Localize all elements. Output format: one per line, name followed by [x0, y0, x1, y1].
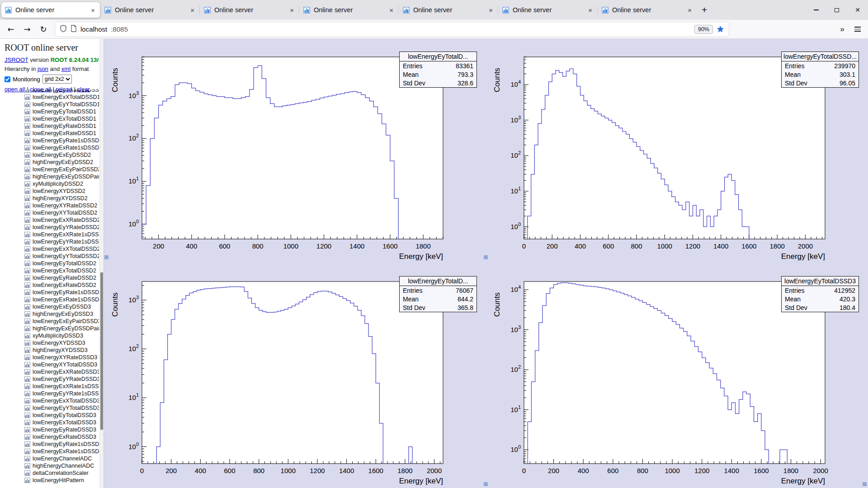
- tree-item[interactable]: lowEnergyEyYRateDSSD2: [0, 224, 99, 231]
- browser-tab[interactable]: Online server×: [598, 2, 697, 18]
- browser-tab[interactable]: Online server×: [399, 2, 498, 18]
- browser-tab[interactable]: Online server×: [1, 2, 100, 18]
- json-link[interactable]: json: [38, 66, 48, 72]
- zoom-indicator[interactable]: 90%: [694, 25, 713, 34]
- tree-item[interactable]: lowEnergyEyYRateDSSD3: [0, 375, 99, 383]
- tree-item[interactable]: lowEnergyEyRate1sDSSD3: [0, 441, 99, 448]
- pad-bottom-right[interactable]: 0200400600800100012001400160018002000100…: [486, 263, 868, 488]
- stats-box[interactable]: lowEnergyEyTotalDSSD... Entries239970 Me…: [781, 52, 859, 88]
- tree-item[interactable]: lowEnergyExXRate1sDSSD3: [0, 383, 99, 390]
- tree-item[interactable]: lowEnergyEyRate1sDSSD1: [0, 137, 99, 144]
- url-bar[interactable]: localhost:8085 90%: [55, 22, 729, 37]
- page-info-icon[interactable]: [71, 25, 77, 34]
- restore-button[interactable]: [826, 0, 847, 20]
- tab-close-icon[interactable]: ×: [288, 6, 295, 14]
- tab-close-icon[interactable]: ×: [587, 6, 594, 14]
- tree-item[interactable]: lowEnergyEyRateDSSD3: [0, 426, 99, 433]
- tree-item[interactable]: lowEnergyExRate1sDSSD3: [0, 448, 99, 455]
- tree-item[interactable]: lowEnergyHitPattern: [0, 477, 99, 484]
- tree-item[interactable]: lowEnergyChannelADC: [0, 455, 99, 462]
- shield-icon[interactable]: [60, 25, 67, 34]
- tree-item[interactable]: lowEnergyExXTotalDSSD3: [0, 397, 99, 404]
- tree-item[interactable]: highEnergyExEyDSSDPair2: [0, 173, 99, 180]
- stats-box[interactable]: lowEnergyEyTotalD... Entries83361 Mean79…: [399, 52, 477, 88]
- pad-resize-handle[interactable]: [863, 482, 867, 486]
- tree-item[interactable]: highEnergyExEyDSSDPair3: [0, 325, 99, 332]
- tree-item[interactable]: lowEnergyExXRate1sDSSD2: [0, 231, 99, 238]
- bookmark-star-icon[interactable]: [717, 25, 724, 33]
- close-button[interactable]: ✕: [847, 0, 868, 20]
- tree-item[interactable]: lowEnergyExEyPairDSSD2: [0, 166, 99, 173]
- tree-item[interactable]: lowEnergyExEyDSSD2: [0, 151, 99, 159]
- tree-item[interactable]: lowEnergyXYRateDSSD2: [0, 202, 99, 209]
- tree-item[interactable]: highEnergyXYDSSD3: [0, 347, 99, 354]
- browser-tab[interactable]: Online server×: [200, 2, 299, 18]
- tree-item[interactable]: highEnergyExEyDSSD3: [0, 310, 99, 318]
- scrollbar-thumb[interactable]: [100, 272, 103, 430]
- tree-item[interactable]: lowEnergyXYDSSD3: [0, 339, 99, 347]
- tree-item[interactable]: highEnergyExEyDSSD2: [0, 159, 99, 166]
- xml-link[interactable]: xml: [61, 66, 71, 72]
- tree-item[interactable]: lowEnergyEyYTotalDSSD2: [0, 253, 99, 260]
- minimize-button[interactable]: [806, 0, 826, 20]
- tree-item[interactable]: lowEnergyExTotalDSSD3: [0, 419, 99, 426]
- pad-top-left[interactable]: 2004006008001000120014001600180010010110…: [104, 39, 486, 263]
- tab-close-icon[interactable]: ×: [189, 6, 196, 14]
- pad-resize-handle[interactable]: [484, 482, 488, 486]
- menu-hamburger-icon[interactable]: [851, 23, 864, 36]
- browser-tab[interactable]: Online server×: [101, 2, 199, 18]
- grid-layout-select[interactable]: grid 2x2: [42, 75, 72, 84]
- sidebar-scrollbar[interactable]: [99, 39, 104, 488]
- tree-item[interactable]: lowEnergyXYTotalDSSD2: [0, 209, 99, 216]
- tree-item[interactable]: highEnergyChannelADC: [0, 462, 99, 469]
- tab-close-icon[interactable]: ×: [487, 6, 494, 14]
- tree-item[interactable]: lowEnergyEyRate1sDSSD2: [0, 289, 99, 296]
- tree-item[interactable]: lowEnergyExEyDSSD3: [0, 303, 99, 310]
- pad-resize-handle[interactable]: [104, 255, 108, 259]
- tree-item[interactable]: lowEnergyExRateDSSD2: [0, 282, 99, 289]
- pad-bottom-left[interactable]: 0200400600800100012001400160018002000100…: [104, 263, 486, 488]
- forward-button[interactable]: →: [20, 22, 34, 37]
- tree-item[interactable]: lowEnergyExRateDSSD3: [0, 433, 99, 441]
- tree-item[interactable]: lowEnergyEyRateDSSD1: [0, 122, 99, 130]
- stats-box[interactable]: lowEnergyEyTotalD... Entries76067 Mean84…: [399, 276, 477, 312]
- pad-resize-handle[interactable]: [484, 255, 488, 259]
- tree-item[interactable]: lowEnergyEyYRate1sDSSD1: [0, 89, 99, 94]
- tree-item[interactable]: lowEnergyEyTotalDSSD1: [0, 108, 99, 115]
- tree-item[interactable]: lowEnergyEyTotalDSSD2: [0, 260, 99, 267]
- tree-item[interactable]: xyMultiplicityDSSD2: [0, 180, 99, 188]
- tree-item[interactable]: lowEnergyXYTotalDSSD3: [0, 361, 99, 368]
- tree-item[interactable]: lowEnergyExXTotalDSSD1: [0, 94, 99, 101]
- new-tab-button[interactable]: +: [697, 3, 712, 17]
- tree-item[interactable]: lowEnergyExXRateDSSD3: [0, 368, 99, 375]
- tree-item[interactable]: lowEnergyExXRateDSSD2: [0, 216, 99, 224]
- pad-top-right[interactable]: 0200400600800100012001400160018002000100…: [486, 39, 868, 263]
- tree-item[interactable]: lowEnergyXYRateDSSD3: [0, 354, 99, 361]
- toolbar-overflow-button[interactable]: »: [835, 25, 849, 34]
- tree-item[interactable]: lowEnergyExRateDSSD1: [0, 130, 99, 137]
- browser-tab[interactable]: Online server×: [499, 2, 597, 18]
- tree-item[interactable]: lowEnergyXYDSSD2: [0, 188, 99, 195]
- tree-item[interactable]: lowEnergyExTotalDSSD1: [0, 115, 99, 122]
- tree-item[interactable]: lowEnergyExTotalDSSD2: [0, 267, 99, 274]
- tree-item[interactable]: lowEnergyExEyPairDSSD3: [0, 318, 99, 325]
- tree-item[interactable]: deltaCorrelationScaler: [0, 469, 99, 477]
- tree-item[interactable]: lowEnergyEyTotalDSSD3: [0, 412, 99, 419]
- stats-box[interactable]: lowEnergyEyTotalDSSD3 Entries412952 Mean…: [781, 276, 859, 312]
- tab-close-icon[interactable]: ×: [686, 6, 693, 14]
- tree-item[interactable]: highEnergyXYDSSD2: [0, 195, 99, 202]
- tab-close-icon[interactable]: ×: [90, 6, 96, 14]
- tab-close-icon[interactable]: ×: [388, 6, 395, 14]
- tree-item[interactable]: lowEnergyExXTotalDSSD2: [0, 245, 99, 253]
- tree-item[interactable]: xyMultiplicityDSSD3: [0, 332, 99, 339]
- tree-item[interactable]: lowEnergyEyYTotalDSSD1: [0, 101, 99, 108]
- jsroot-link[interactable]: JSROOT: [5, 56, 28, 63]
- reload-button[interactable]: ↻: [36, 22, 51, 37]
- tree-item[interactable]: lowEnergyExRate1sDSSD1: [0, 144, 99, 151]
- monitoring-checkbox[interactable]: [5, 76, 10, 82]
- tree-item[interactable]: lowEnergyEyYRate1sDSSD3: [0, 390, 99, 397]
- tree-item[interactable]: lowEnergyEyYRate1sDSSD2: [0, 238, 99, 245]
- browser-tab[interactable]: Online server×: [300, 2, 398, 18]
- back-button[interactable]: ←: [4, 22, 18, 37]
- tree-item[interactable]: lowEnergyEyRateDSSD2: [0, 274, 99, 282]
